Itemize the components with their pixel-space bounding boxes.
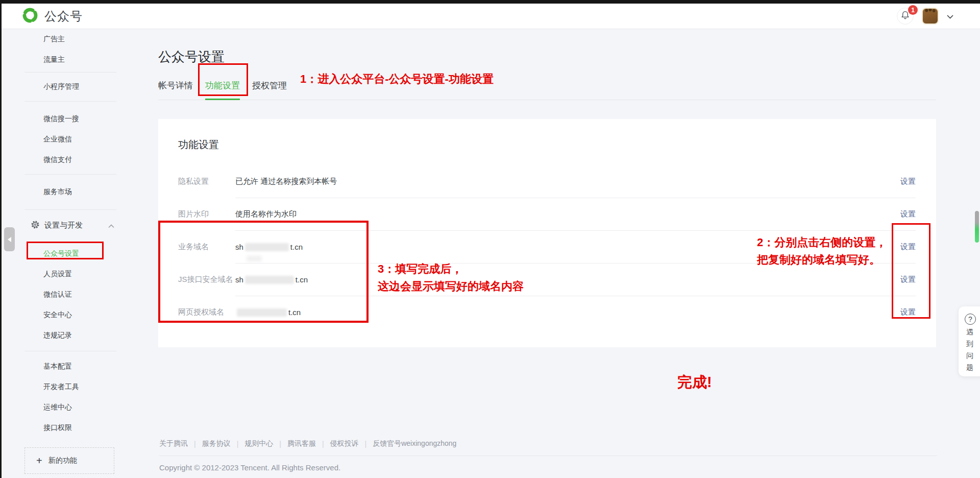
domain-suffix: t.cn [290, 243, 303, 251]
help-widget-button[interactable]: ? 遇 到 问 题 [959, 306, 980, 376]
wechat-mp-logo-icon [21, 7, 39, 26]
footer-separator: | [322, 440, 324, 448]
scrollbar-thumb[interactable] [975, 211, 979, 243]
privacy-setting-link[interactable]: 设置 [900, 177, 916, 186]
tab-account-details[interactable]: 帐号详情 [158, 80, 193, 91]
webauth-domain-setting-link[interactable]: 设置 [900, 307, 916, 317]
sidebar: 广告主 流量主 小程序管理 微信搜一搜 企业微信 微信支付 服务市场 设置与开发… [0, 29, 117, 478]
footer-separator: | [237, 440, 239, 448]
row-business-domain: 业务域名 sh t.cn 设置 [178, 230, 916, 263]
footer-link-terms[interactable]: 服务协议 [202, 439, 231, 448]
tab-bar: 帐号详情 功能设置 授权管理 [158, 80, 936, 100]
tab-function-settings-label: 功能设置 [205, 81, 240, 90]
card-title: 功能设置 [178, 137, 916, 152]
sidebar-item-api-permission[interactable]: 接口权限 [24, 418, 117, 438]
business-domain-setting-link[interactable]: 设置 [900, 242, 916, 252]
tab-authorization[interactable]: 授权管理 [252, 80, 287, 91]
row-value: sh t.cn [235, 243, 303, 251]
sidebar-divider [24, 351, 116, 351]
main-content: 公众号设置 帐号详情 功能设置 授权管理 功能设置 隐私设置 已允许 通过名称搜… [117, 29, 980, 478]
sidebar-item-miniprogram[interactable]: 小程序管理 [24, 77, 117, 97]
copyright: Copyright © 2012-2023 Tencent. All Right… [159, 463, 937, 472]
footer-link-about[interactable]: 关于腾讯 [159, 439, 188, 448]
row-label: JS接口安全域名 [178, 263, 235, 296]
footer-separator: | [365, 440, 367, 448]
help-char: 到 [966, 340, 973, 348]
sidebar-divider [24, 174, 116, 175]
sidebar-group-settings-dev[interactable]: 设置与开发 [24, 214, 117, 236]
tab-function-settings[interactable]: 功能设置 [205, 80, 240, 91]
question-icon: ? [965, 314, 976, 325]
sidebar-item-account-settings[interactable]: 公众号设置 [24, 244, 117, 264]
plus-icon: + [36, 456, 42, 466]
help-char: 遇 [966, 328, 973, 337]
row-web-auth-domain: 网页授权域名 t.cn 设置 [178, 296, 916, 328]
function-settings-card: 功能设置 隐私设置 已允许 通过名称搜索到本帐号 设置 图片水印 使用名称作为水… [158, 119, 936, 347]
triangle-left-icon [8, 237, 11, 242]
row-value: 使用名称作为水印 [235, 209, 297, 219]
sidebar-item-wechat-verify[interactable]: 微信认证 [24, 284, 117, 305]
footer: 关于腾讯 | 服务协议 | 规则中心 | 腾讯客服 | 侵权投诉 | 反馈官号w… [159, 439, 937, 472]
page-title: 公众号设置 [158, 48, 980, 66]
row-privacy-setting: 隐私设置 已允许 通过名称搜索到本帐号 设置 [178, 165, 916, 198]
avatar[interactable] [922, 8, 939, 25]
sidebar-item-violation-record[interactable]: 违规记录 [24, 325, 117, 346]
gear-icon [31, 220, 40, 231]
domain-prefix: sh [235, 275, 243, 284]
domain-suffix: t.cn [288, 308, 301, 317]
sidebar-divider [24, 209, 116, 210]
js-domain-setting-link[interactable]: 设置 [900, 275, 916, 284]
redacted-blur [237, 308, 287, 317]
redacted-blur [245, 276, 294, 284]
active-tab-underline [205, 99, 240, 100]
row-value: 已允许 通过名称搜索到本帐号 [235, 177, 337, 186]
footer-separator: | [279, 440, 281, 448]
sidebar-item-dev-tools[interactable]: 开发者工具 [24, 377, 117, 397]
help-char: 问 [966, 351, 973, 360]
row-image-watermark: 图片水印 使用名称作为水印 设置 [178, 198, 916, 230]
row-label: 图片水印 [178, 198, 235, 230]
row-label: 隐私设置 [178, 165, 235, 198]
sidebar-item-traffic[interactable]: 流量主 [24, 50, 117, 70]
logo: 公众号 [21, 7, 83, 26]
logo-text: 公众号 [44, 8, 83, 25]
redacted-blur [245, 243, 289, 251]
sidebar-divider [24, 72, 116, 73]
row-js-safe-domain: JS接口安全域名 sh t.cn 设置 [178, 263, 916, 296]
footer-link-feedback[interactable]: 反馈官号weixingongzhong [373, 439, 456, 448]
row-label: 业务域名 [178, 230, 235, 263]
sidebar-item-service-market[interactable]: 服务市场 [24, 182, 117, 202]
sidebar-item-basic-config[interactable]: 基本配置 [24, 356, 117, 377]
notification-bell-button[interactable]: 1 [897, 8, 914, 25]
new-feature-button[interactable]: + 新的功能 [24, 447, 114, 474]
header: 公众号 1 [0, 4, 980, 29]
help-char: 题 [966, 363, 973, 372]
sidebar-item-wecom[interactable]: 企业微信 [24, 129, 117, 150]
sidebar-item-search[interactable]: 微信搜一搜 [24, 109, 117, 129]
sidebar-item-wepay[interactable]: 微信支付 [24, 150, 117, 170]
window-top-edge [0, 0, 980, 4]
sidebar-item-staff-settings[interactable]: 人员设置 [24, 264, 117, 284]
new-feature-label: 新的功能 [48, 456, 77, 465]
row-label: 网页授权域名 [178, 296, 235, 328]
sidebar-group-label: 设置与开发 [44, 221, 83, 230]
footer-link-support[interactable]: 腾讯客服 [287, 439, 316, 448]
domain-prefix: sh [235, 243, 243, 251]
notification-badge: 1 [908, 5, 918, 15]
watermark-setting-link[interactable]: 设置 [900, 209, 916, 219]
sidebar-item-security-center[interactable]: 安全中心 [24, 305, 117, 325]
footer-link-infringement[interactable]: 侵权投诉 [330, 439, 359, 448]
window-left-edge [0, 0, 2, 478]
chevron-down-icon[interactable] [947, 12, 953, 21]
row-value: t.cn [235, 308, 301, 317]
sidebar-item-advertiser[interactable]: 广告主 [24, 29, 117, 50]
sidebar-divider [24, 101, 116, 102]
chevron-up-icon [108, 221, 114, 230]
footer-divider [159, 456, 937, 456]
row-value: sh t.cn [235, 275, 308, 284]
footer-separator: | [194, 440, 196, 448]
domain-suffix: t.cn [296, 275, 308, 284]
sidebar-collapse-handle[interactable] [4, 227, 15, 251]
sidebar-item-ops-center[interactable]: 运维中心 [24, 397, 117, 418]
footer-link-rules[interactable]: 规则中心 [244, 439, 273, 448]
